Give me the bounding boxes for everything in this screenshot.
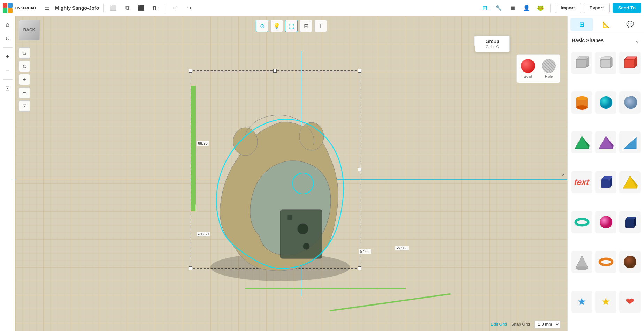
home-view-button[interactable]: ⌂ [19, 47, 30, 59]
rp-toolbar: ⊞ 📐 💬 [568, 16, 644, 33]
select-tool[interactable]: ⬚ [285, 20, 298, 32]
shape-sphere[interactable] [595, 91, 616, 114]
shape-pyramid-purple[interactable] [595, 131, 616, 153]
new-button[interactable]: ⬜ [108, 2, 119, 14]
shape-torus-orange[interactable] [595, 251, 616, 273]
shape-wedge[interactable] [619, 131, 641, 153]
zoom-in-view[interactable]: + [19, 74, 30, 85]
grid-panel-btn[interactable]: ⊞ [570, 18, 593, 31]
left-toolbar: ⌂ ↻ + − ⊡ [0, 16, 15, 331]
shape-brown-blob[interactable] [619, 251, 641, 273]
bottom-bar: Edit Grid Snap Grid 1.0 mm 0.5 mm 2.0 mm [491, 321, 560, 328]
group-tooltip-shortcut: Ctrl + G [480, 45, 505, 49]
star-blue-icon: ★ [577, 295, 586, 308]
hole-circle [542, 59, 556, 73]
project-title: Mighty Sango-Jofo [55, 5, 99, 11]
hole-label: Hole [545, 74, 553, 78]
tools-button[interactable]: 🔧 [493, 2, 504, 14]
zoom-out-view[interactable]: − [19, 87, 30, 98]
rp-dropdown-button[interactable]: ⌄ [635, 37, 640, 44]
lt-sep2 [3, 79, 13, 80]
mirror-tool[interactable]: ⊤ [314, 20, 327, 32]
redo-button[interactable]: ↪ [183, 2, 194, 14]
align-tool[interactable]: ⊟ [300, 20, 312, 32]
chat-panel-btn[interactable]: 💬 [619, 18, 641, 31]
topbar: TINKERCAD ☰ Mighty Sango-Jofo ⬜ ⧉ ⬛ 🗑 ↩ … [0, 0, 644, 16]
edit-grid-label[interactable]: Edit Grid [491, 322, 507, 327]
grid-view-button[interactable]: ⊞ [479, 2, 490, 14]
svg-rect-28 [625, 219, 634, 228]
menu-icon[interactable]: ☰ [41, 2, 52, 14]
sep2 [165, 4, 165, 12]
zoom-in-button[interactable]: + [2, 51, 14, 62]
light-tool[interactable]: 💡 [270, 20, 283, 32]
solid-hole-panel: Solid Hole [516, 54, 560, 83]
svg-rect-11 [624, 59, 634, 68]
back-label: BACK [23, 28, 36, 32]
group-tooltip-title: Group [480, 39, 505, 44]
shape-pyramid-yellow[interactable] [619, 171, 641, 193]
shapes-button[interactable]: ◼ [507, 2, 518, 14]
svg-rect-7 [287, 215, 292, 220]
logo-squares [3, 3, 13, 13]
shape-star-yellow[interactable]: ★ [595, 291, 616, 313]
shape-scribble[interactable] [619, 91, 641, 114]
copy-button[interactable]: ⧉ [122, 2, 133, 14]
shape-cone[interactable] [571, 251, 592, 273]
fit-button[interactable]: ⊡ [2, 82, 14, 94]
svg-point-26 [576, 219, 588, 225]
import-button[interactable]: Import [555, 3, 581, 13]
shape-star-blue[interactable]: ★ [571, 291, 592, 313]
export-button[interactable]: Export [584, 3, 610, 13]
canvas-area[interactable]: BACK [15, 16, 567, 331]
rotate-view-button[interactable]: ↻ [19, 61, 30, 72]
delete-button[interactable]: 🗑 [150, 2, 161, 14]
shape-pyramid-green[interactable] [571, 131, 592, 153]
svg-marker-29 [576, 256, 588, 268]
orbit-button[interactable]: ↻ [2, 33, 14, 45]
hole-selector[interactable]: Hole [542, 59, 556, 78]
svg-point-8 [303, 243, 310, 250]
lt-sep1 [3, 47, 13, 48]
right-panel: ⊞ 📐 💬 Basic Shapes ⌄ [567, 16, 644, 331]
shape-text[interactable]: text [571, 171, 592, 193]
svg-point-15 [576, 96, 588, 100]
shape-pink-sphere[interactable] [595, 211, 616, 233]
3d-object[interactable] [162, 68, 385, 285]
home-button[interactable]: ⌂ [2, 19, 14, 31]
group-tooltip: Group Ctrl + G [475, 36, 510, 52]
solid-selector[interactable]: Solid [521, 59, 535, 78]
shape-cylinder[interactable] [571, 91, 592, 114]
shape-rounded-box[interactable] [595, 52, 616, 74]
view3d-button[interactable]: ⬛ [136, 2, 147, 14]
send-to-button[interactable]: Send To [613, 3, 641, 13]
ruler-panel-btn[interactable]: 📐 [595, 18, 617, 31]
frog-icon-button[interactable]: 🐸 [535, 2, 546, 14]
shape-cube-navy[interactable] [619, 211, 641, 233]
camera-tool[interactable]: ⊙ [256, 20, 268, 32]
solid-circle [521, 59, 535, 73]
heart-icon: ❤ [626, 295, 634, 308]
fit-view[interactable]: ⊡ [19, 100, 30, 112]
svg-point-6 [297, 223, 308, 234]
logo: TINKERCAD [3, 3, 36, 13]
user-button[interactable]: 👤 [521, 2, 532, 14]
sep3 [550, 4, 551, 12]
shape-torus[interactable] [571, 211, 592, 233]
svg-rect-9 [576, 59, 586, 68]
shape-cube-blue[interactable] [595, 171, 616, 193]
text-shape-icon: text [574, 177, 590, 187]
svg-rect-10 [600, 59, 610, 68]
shape-grid: text [568, 48, 644, 331]
undo-button[interactable]: ↩ [169, 2, 181, 14]
canvas-top-tools: ⊙ 💡 ⬚ ⊟ ⊤ [256, 20, 327, 32]
snap-grid-select[interactable]: 1.0 mm 0.5 mm 2.0 mm [534, 321, 560, 328]
scroll-right-arrow[interactable]: › [562, 170, 565, 178]
shape-red-box[interactable] [619, 52, 641, 74]
back-cube[interactable]: BACK [19, 20, 40, 40]
sep1 [103, 4, 104, 12]
shape-heart-red[interactable]: ❤ [619, 291, 641, 313]
zoom-out-button[interactable]: − [2, 65, 14, 76]
svg-point-1 [233, 128, 258, 156]
shape-box[interactable] [571, 52, 592, 74]
